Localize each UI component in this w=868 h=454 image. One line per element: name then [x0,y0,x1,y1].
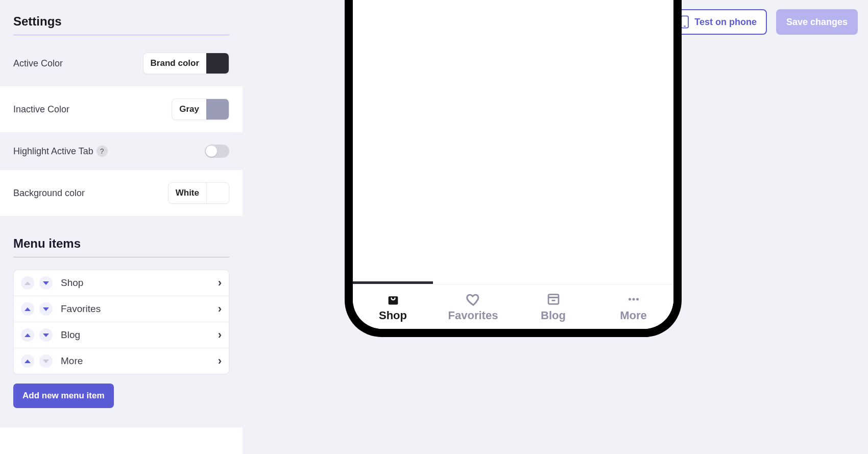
caret-up-icon [25,333,31,337]
inactive-color-swatch[interactable] [206,99,229,120]
highlight-label-text: Highlight Active Tab [13,146,93,157]
chevron-right-icon: › [218,354,222,368]
background-color-label: Background color [13,188,85,199]
test-on-phone-button[interactable]: Test on phone [670,9,767,35]
menu-item-row[interactable]: More › [14,348,229,374]
settings-sidebar: Settings Active Color Brand color Inacti… [0,0,243,454]
tab-favorites[interactable]: Favorites [433,284,513,329]
move-up-button[interactable] [21,276,34,290]
active-color-value: Brand color [143,53,206,74]
chevron-right-icon: › [218,328,222,342]
add-menu-item-button[interactable]: Add new menu item [13,384,114,408]
menu-item-row[interactable]: Shop › [14,270,229,296]
inactive-color-row: Inactive Color Gray [0,86,243,132]
menu-items-title: Menu items [13,236,229,257]
tab-label: Favorites [448,309,498,322]
phone-screen: Shop Favorites Blog [353,0,673,329]
background-color-control[interactable]: White [168,182,229,204]
help-icon[interactable]: ? [97,146,108,157]
caret-down-icon [43,307,49,311]
bottom-tabbar: Shop Favorites Blog [353,284,673,329]
inactive-color-label: Inactive Color [13,104,69,115]
chevron-right-icon: › [218,302,222,316]
svg-point-6 [632,298,635,300]
menu-items-section: Menu items Shop › Favorites › Blog › [0,216,243,427]
move-down-button[interactable] [39,328,53,342]
background-color-value: White [168,183,206,203]
background-color-swatch[interactable] [206,183,229,203]
menu-item-row[interactable]: Favorites › [14,296,229,322]
caret-down-icon [43,281,49,285]
tab-blog[interactable]: Blog [513,284,593,329]
phone-mockup: Shop Favorites Blog [345,0,682,337]
menu-item-label: More [58,355,213,367]
caret-up-icon [25,360,31,363]
save-changes-button[interactable]: Save changes [776,9,858,35]
background-color-row: Background color White [0,170,243,216]
move-up-button[interactable] [21,328,34,342]
highlight-label: Highlight Active Tab ? [13,146,108,157]
menu-item-row[interactable]: Blog › [14,322,229,348]
settings-title: Settings [13,14,229,35]
bag-icon [385,292,401,307]
menu-items-list: Shop › Favorites › Blog › More › [13,270,229,374]
caret-up-icon [25,307,31,311]
archive-icon [546,292,561,307]
active-color-label: Active Color [13,58,63,69]
menu-item-label: Favorites [58,303,213,315]
phone-content [353,0,673,284]
dots-icon [626,292,641,307]
svg-point-5 [629,298,631,300]
svg-rect-2 [548,294,559,304]
settings-header: Settings [0,0,243,40]
caret-up-icon [25,281,31,285]
highlight-toggle[interactable] [205,145,229,158]
chevron-right-icon: › [218,276,222,290]
active-color-row: Active Color Brand color [0,40,243,86]
tab-more[interactable]: More [593,284,673,329]
menu-item-label: Blog [58,329,213,341]
top-actions: Test on phone Save changes [670,9,858,35]
caret-down-icon [43,360,49,363]
tab-label: Shop [379,309,407,322]
tab-label: Blog [541,309,566,322]
move-down-button[interactable] [39,354,53,368]
active-tab-indicator [353,281,433,284]
preview-area: Test on phone Save changes Shop [243,0,868,454]
tab-label: More [620,309,647,322]
svg-point-7 [636,298,639,300]
move-down-button[interactable] [39,276,53,290]
menu-items-header: Menu items [0,216,243,262]
caret-down-icon [43,333,49,337]
inactive-color-control[interactable]: Gray [172,99,229,120]
move-down-button[interactable] [39,302,53,316]
highlight-row: Highlight Active Tab ? [0,132,243,170]
move-up-button[interactable] [21,354,34,368]
test-on-phone-label: Test on phone [694,17,757,28]
active-color-swatch[interactable] [206,53,229,74]
move-up-button[interactable] [21,302,34,316]
tab-shop[interactable]: Shop [353,284,433,329]
inactive-color-value: Gray [172,99,206,120]
menu-item-label: Shop [58,277,213,289]
heart-icon [466,292,481,307]
active-color-control[interactable]: Brand color [143,53,229,74]
